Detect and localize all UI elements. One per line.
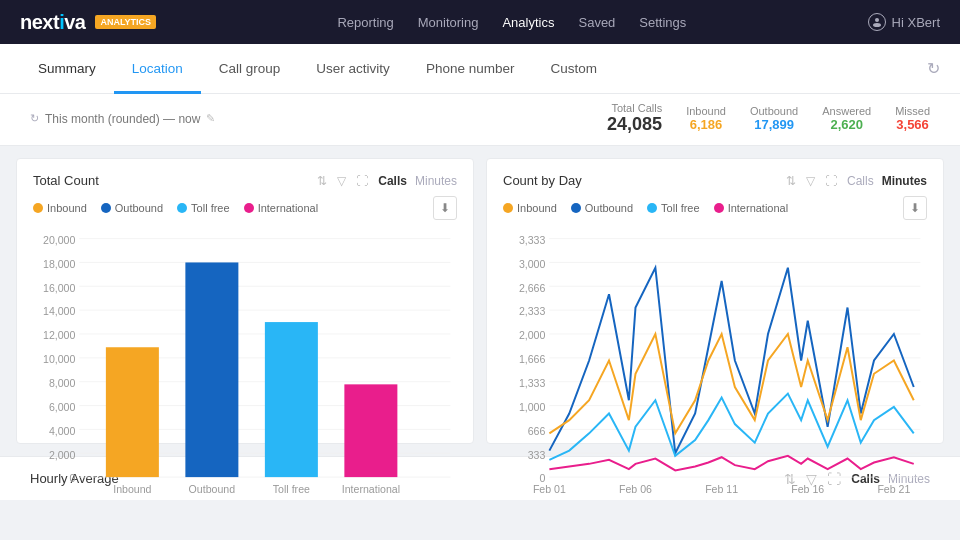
bar-filter-icon[interactable]: ▽ — [337, 174, 346, 188]
bar-chart-title: Total Count — [33, 173, 99, 188]
logo-area: nextiva ANALYTICS — [20, 11, 156, 34]
line-chart-controls: ⇅ ▽ ⛶ Calls Minutes — [786, 174, 927, 188]
legend-international-label: International — [258, 202, 319, 214]
svg-text:14,000: 14,000 — [43, 305, 76, 317]
svg-text:Toll free: Toll free — [273, 483, 310, 495]
line-sort-icon[interactable]: ⇅ — [786, 174, 796, 188]
svg-text:666: 666 — [528, 425, 546, 437]
legend-outbound: Outbound — [101, 196, 163, 220]
main-nav: Reporting Monitoring Analytics Saved Set… — [337, 15, 686, 30]
svg-text:2,666: 2,666 — [519, 282, 546, 294]
bar-download-button[interactable]: ⬇ — [433, 196, 457, 220]
bar-sort-icon[interactable]: ⇅ — [317, 174, 327, 188]
bar-chart-svg: 20,000 18,000 16,000 14,000 12,000 10,00… — [33, 226, 457, 495]
date-filter[interactable]: ↻ This month (rounded) — now ✎ — [30, 112, 577, 126]
line-legend-outbound: Outbound — [571, 196, 633, 220]
svg-text:16,000: 16,000 — [43, 282, 76, 294]
line-legend-inbound-dot — [503, 203, 513, 213]
user-icon — [868, 13, 886, 31]
tab-custom[interactable]: Custom — [532, 45, 615, 94]
nav-analytics[interactable]: Analytics — [502, 15, 554, 30]
bar-chart-header: Total Count ⇅ ▽ ⛶ Calls Minutes — [33, 173, 457, 188]
svg-rect-24 — [106, 347, 159, 477]
legend-tollfree: Toll free — [177, 196, 230, 220]
nav-monitoring[interactable]: Monitoring — [418, 15, 479, 30]
svg-text:8,000: 8,000 — [49, 377, 76, 389]
line-chart-legend: Inbound Outbound Toll free International… — [503, 196, 927, 220]
bar-toggle-calls[interactable]: Calls — [378, 174, 407, 188]
bar-chart-controls: ⇅ ▽ ⛶ Calls Minutes — [317, 174, 457, 188]
total-calls-label: Total Calls — [607, 102, 662, 114]
tab-summary[interactable]: Summary — [20, 45, 114, 94]
logo: nextiva — [20, 11, 85, 34]
line-download-button[interactable]: ⬇ — [903, 196, 927, 220]
svg-text:Inbound: Inbound — [113, 483, 151, 495]
line-toggle-minutes[interactable]: Minutes — [882, 174, 927, 188]
line-toggle-calls[interactable]: Calls — [847, 174, 874, 188]
legend-inbound: Inbound — [33, 196, 87, 220]
svg-text:1,000: 1,000 — [519, 401, 546, 413]
line-chart-card: Count by Day ⇅ ▽ ⛶ Calls Minutes Inbound… — [486, 158, 944, 444]
tab-user-activity[interactable]: User activity — [298, 45, 408, 94]
stats-numbers: Total Calls 24,085 Inbound 6,186 Outboun… — [607, 102, 930, 135]
bar-expand-icon[interactable]: ⛶ — [356, 174, 368, 188]
svg-text:2,000: 2,000 — [519, 329, 546, 341]
legend-tollfree-dot — [177, 203, 187, 213]
legend-international-dot — [244, 203, 254, 213]
refresh-small-icon: ↻ — [30, 112, 39, 125]
line-chart-svg: 3,333 3,000 2,666 2,333 2,000 1,666 1,33… — [503, 226, 927, 495]
svg-text:6,000: 6,000 — [49, 401, 76, 413]
svg-text:10,000: 10,000 — [43, 353, 76, 365]
line-legend-inbound-label: Inbound — [517, 202, 557, 214]
date-filter-edit-icon[interactable]: ✎ — [206, 112, 215, 125]
date-filter-label: This month (rounded) — now — [45, 112, 200, 126]
inbound-value: 6,186 — [686, 117, 726, 132]
tab-location[interactable]: Location — [114, 45, 201, 94]
tab-call-group[interactable]: Call group — [201, 45, 299, 94]
answered-stat: Answered 2,620 — [822, 105, 871, 132]
tab-phone-number[interactable]: Phone number — [408, 45, 533, 94]
bar-toggle-minutes[interactable]: Minutes — [415, 174, 457, 188]
nav-settings[interactable]: Settings — [639, 15, 686, 30]
legend-international: International — [244, 196, 319, 220]
line-legend-international: International — [714, 196, 789, 220]
legend-inbound-label: Inbound — [47, 202, 87, 214]
line-legend-outbound-label: Outbound — [585, 202, 633, 214]
total-calls-stat: Total Calls 24,085 — [607, 102, 662, 135]
svg-point-1 — [873, 23, 881, 27]
user-area: Hi XBert — [868, 13, 940, 31]
line-legend-inbound: Inbound — [503, 196, 557, 220]
missed-stat: Missed 3,566 — [895, 105, 930, 132]
line-chart-area: 3,333 3,000 2,666 2,333 2,000 1,666 1,33… — [503, 226, 927, 495]
svg-text:Feb 11: Feb 11 — [705, 483, 738, 495]
svg-text:333: 333 — [528, 449, 546, 461]
svg-text:International: International — [342, 483, 400, 495]
svg-text:20,000: 20,000 — [43, 234, 76, 246]
svg-rect-26 — [185, 262, 238, 477]
answered-value: 2,620 — [822, 117, 871, 132]
svg-text:3,333: 3,333 — [519, 234, 546, 246]
svg-text:2,000: 2,000 — [49, 449, 76, 461]
line-chart-header: Count by Day ⇅ ▽ ⛶ Calls Minutes — [503, 173, 927, 188]
tabs: Summary Location Call group User activit… — [20, 44, 615, 93]
legend-tollfree-label: Toll free — [191, 202, 230, 214]
line-chart-toggle: Calls Minutes — [847, 174, 927, 188]
bar-chart-card: Total Count ⇅ ▽ ⛶ Calls Minutes Inbound … — [16, 158, 474, 444]
line-filter-icon[interactable]: ▽ — [806, 174, 815, 188]
line-expand-icon[interactable]: ⛶ — [825, 174, 837, 188]
tabs-container: Summary Location Call group User activit… — [0, 44, 960, 94]
bar-chart-area: 20,000 18,000 16,000 14,000 12,000 10,00… — [33, 226, 457, 495]
svg-text:Outbound: Outbound — [189, 483, 236, 495]
nav-saved[interactable]: Saved — [578, 15, 615, 30]
svg-text:Feb 16: Feb 16 — [791, 483, 824, 495]
svg-text:2,333: 2,333 — [519, 305, 546, 317]
nav-reporting[interactable]: Reporting — [337, 15, 393, 30]
outbound-stat: Outbound 17,899 — [750, 105, 798, 132]
svg-rect-30 — [344, 384, 397, 477]
missed-label: Missed — [895, 105, 930, 117]
stats-bar: ↻ This month (rounded) — now ✎ Total Cal… — [0, 94, 960, 146]
legend-outbound-dot — [101, 203, 111, 213]
svg-text:Feb 21: Feb 21 — [877, 483, 910, 495]
refresh-icon[interactable]: ↻ — [927, 59, 940, 78]
analytics-badge: ANALYTICS — [95, 15, 156, 29]
